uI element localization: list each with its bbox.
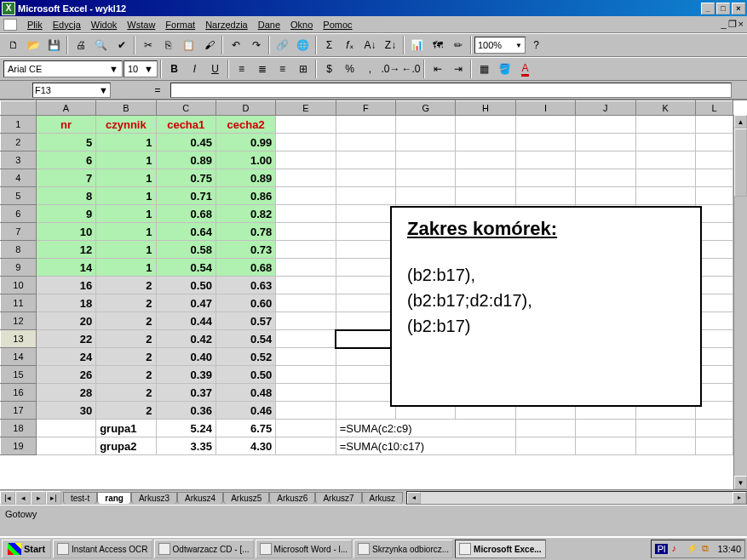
minimize-button[interactable]: _ bbox=[701, 3, 715, 14]
row-header[interactable]: 2 bbox=[1, 134, 37, 151]
cell[interactable]: grupa2 bbox=[96, 437, 156, 455]
scroll-left-icon[interactable]: ◂ bbox=[407, 492, 421, 504]
merge-center-icon[interactable]: ⊞ bbox=[293, 60, 313, 78]
format-painter-icon[interactable]: 🖌 bbox=[199, 36, 219, 54]
cell[interactable] bbox=[396, 169, 456, 187]
web-toolbar-icon[interactable]: 🌐 bbox=[293, 36, 313, 54]
start-button[interactable]: Start bbox=[2, 540, 51, 558]
fill-color-icon[interactable]: 🪣 bbox=[495, 60, 514, 78]
cell[interactable] bbox=[336, 205, 395, 223]
cell[interactable] bbox=[635, 169, 695, 187]
cell[interactable]: 1 bbox=[96, 134, 156, 151]
cell[interactable] bbox=[695, 187, 733, 205]
cell-formula[interactable]: =SUMA(c2:c9) bbox=[336, 420, 515, 437]
cell[interactable] bbox=[515, 169, 575, 187]
cell[interactable]: cecha1 bbox=[156, 116, 215, 134]
cell[interactable] bbox=[276, 402, 336, 420]
cell[interactable] bbox=[695, 151, 733, 169]
new-icon[interactable]: 🗋 bbox=[3, 36, 23, 54]
taskbar-button[interactable]: Odtwarzacz CD - [... bbox=[154, 540, 254, 558]
document-icon[interactable] bbox=[3, 19, 17, 31]
cell[interactable]: 1 bbox=[96, 151, 156, 169]
cell[interactable] bbox=[396, 151, 456, 169]
row-header[interactable]: 12 bbox=[1, 312, 37, 330]
cell[interactable] bbox=[276, 384, 336, 402]
cell[interactable]: 0.58 bbox=[156, 241, 215, 259]
cell[interactable] bbox=[635, 187, 695, 205]
menu-dane[interactable]: Dane bbox=[253, 18, 285, 31]
close-button[interactable]: × bbox=[732, 3, 745, 14]
cell[interactable]: 30 bbox=[36, 402, 95, 420]
row-header[interactable]: 1 bbox=[1, 116, 37, 134]
cell-formula[interactable]: =SUMA(c10:c17) bbox=[336, 437, 515, 455]
cell[interactable] bbox=[515, 187, 575, 205]
cell[interactable] bbox=[276, 330, 336, 348]
taskbar-button[interactable]: Microsoft Exce... bbox=[455, 540, 545, 558]
print-icon[interactable]: 🖨 bbox=[71, 36, 90, 54]
tray-icon[interactable]: ⧉ bbox=[702, 543, 714, 555]
cell[interactable] bbox=[36, 420, 95, 437]
scroll-thumb[interactable] bbox=[734, 129, 747, 197]
align-right-icon[interactable]: ≡ bbox=[273, 60, 292, 78]
italic-icon[interactable]: I bbox=[185, 60, 204, 78]
increase-decimal-icon[interactable]: .0→ bbox=[381, 60, 400, 78]
cell[interactable]: 5.24 bbox=[156, 420, 215, 437]
row-header[interactable]: 8 bbox=[1, 241, 37, 259]
cell[interactable]: 1 bbox=[96, 187, 156, 205]
cell[interactable]: 2 bbox=[96, 402, 156, 420]
cell[interactable]: 0.37 bbox=[156, 384, 215, 402]
row-header[interactable]: 3 bbox=[1, 151, 37, 169]
cell[interactable] bbox=[396, 134, 456, 151]
row-header[interactable]: 15 bbox=[1, 366, 37, 384]
cell[interactable]: 0.78 bbox=[215, 223, 275, 241]
drawing-icon[interactable]: ✏ bbox=[448, 36, 468, 54]
cell[interactable] bbox=[336, 294, 395, 312]
bold-icon[interactable]: B bbox=[164, 60, 184, 78]
currency-icon[interactable]: $ bbox=[319, 60, 339, 78]
cell[interactable] bbox=[576, 187, 635, 205]
tab-nav-first-icon[interactable]: |◂ bbox=[0, 491, 15, 505]
row-header[interactable]: 18 bbox=[1, 420, 37, 437]
cell[interactable]: 0.54 bbox=[215, 330, 275, 348]
cell[interactable]: 1 bbox=[96, 241, 156, 259]
cell[interactable] bbox=[336, 312, 395, 330]
cell[interactable]: 0.63 bbox=[215, 277, 275, 294]
cell[interactable]: 6 bbox=[36, 151, 95, 169]
taskbar-button[interactable]: Instant Access OCR bbox=[53, 540, 152, 558]
col-header-F[interactable]: F bbox=[336, 101, 395, 116]
cell[interactable]: 4.30 bbox=[215, 437, 275, 455]
col-header-L[interactable]: L bbox=[695, 101, 733, 116]
cell[interactable]: 1 bbox=[96, 169, 156, 187]
row-header[interactable]: 9 bbox=[1, 259, 37, 277]
cell[interactable] bbox=[396, 116, 456, 134]
comma-icon[interactable]: , bbox=[360, 60, 380, 78]
menu-edycja[interactable]: Edycja bbox=[48, 18, 86, 31]
cell[interactable] bbox=[276, 420, 336, 437]
cell[interactable]: 18 bbox=[36, 294, 95, 312]
row-header[interactable]: 11 bbox=[1, 294, 37, 312]
tab-nav-last-icon[interactable]: ▸| bbox=[46, 491, 61, 505]
font-color-icon[interactable]: A bbox=[515, 60, 535, 78]
cell[interactable] bbox=[336, 116, 395, 134]
vertical-scrollbar[interactable]: ▲ ▼ bbox=[733, 115, 747, 489]
help-icon[interactable]: ? bbox=[526, 36, 546, 54]
cell[interactable] bbox=[336, 241, 395, 259]
col-header-B[interactable]: B bbox=[96, 101, 156, 116]
cell[interactable] bbox=[635, 420, 695, 437]
cell[interactable] bbox=[276, 169, 336, 187]
formula-equals[interactable]: = bbox=[145, 84, 170, 96]
percent-icon[interactable]: % bbox=[340, 60, 359, 78]
undo-icon[interactable]: ↶ bbox=[226, 36, 245, 54]
chart-wizard-icon[interactable]: 📊 bbox=[407, 36, 427, 54]
cell[interactable]: 0.71 bbox=[156, 187, 215, 205]
cell[interactable]: 0.45 bbox=[156, 134, 215, 151]
cell[interactable]: 6.75 bbox=[215, 420, 275, 437]
cell[interactable] bbox=[576, 151, 635, 169]
cell[interactable]: 0.82 bbox=[215, 205, 275, 223]
cell[interactable] bbox=[336, 348, 395, 366]
cell[interactable] bbox=[695, 437, 733, 455]
cell[interactable]: 0.39 bbox=[156, 366, 215, 384]
horizontal-scrollbar[interactable]: ◂ ▸ bbox=[406, 491, 747, 505]
cell[interactable]: 0.68 bbox=[215, 259, 275, 277]
increase-indent-icon[interactable]: ⇥ bbox=[448, 60, 468, 78]
